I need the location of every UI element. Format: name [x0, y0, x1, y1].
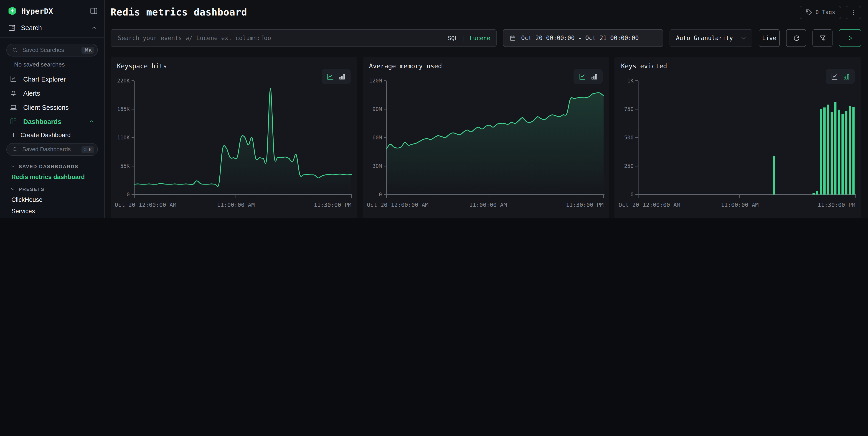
dashboards-grid-icon	[9, 118, 17, 125]
chart-explorer-icon	[9, 75, 17, 83]
sql-toggle[interactable]: SQL	[448, 35, 458, 41]
logo-row: HyperDX	[0, 0, 104, 20]
svg-text:500: 500	[624, 135, 634, 141]
kebab-menu-icon	[850, 9, 857, 16]
event-search-input[interactable]: SQL | Lucene	[111, 29, 497, 47]
svg-text:90M: 90M	[372, 106, 382, 112]
lucene-toggle[interactable]: Lucene	[470, 35, 490, 41]
svg-text:250: 250	[624, 163, 634, 169]
preset-item-kubernetes[interactable]: Kubernetes	[5, 217, 99, 218]
saved-dashboards-header[interactable]: SAVED DASHBOARDS	[5, 160, 99, 171]
filter-funnel-icon	[818, 34, 826, 42]
date-range-value: Oct 20 00:00:00 - Oct 21 00:00:00	[521, 35, 639, 41]
search-icon	[12, 146, 18, 153]
svg-text:Oct 20 12:00:00 AM: Oct 20 12:00:00 AM	[115, 202, 176, 208]
search-icon	[12, 47, 18, 53]
laptop-icon	[9, 104, 17, 111]
granularity-select[interactable]: Auto Granularity	[670, 29, 752, 47]
svg-text:60M: 60M	[372, 135, 382, 141]
shortcut-badge: ⌘K	[82, 47, 94, 54]
create-dashboard-button[interactable]: Create Dashboard	[5, 128, 99, 143]
dashboard-menu-button[interactable]	[846, 6, 861, 19]
svg-text:Oct 20 12:00:00 AM: Oct 20 12:00:00 AM	[367, 202, 428, 208]
tag-icon	[805, 9, 812, 16]
preset-item-clickhouse[interactable]: ClickHouse	[5, 194, 99, 205]
main-content: Redis metrics dashboard 0 Tags SQL | Luc	[105, 0, 868, 218]
live-button[interactable]: Live	[759, 29, 780, 47]
svg-text:110K: 110K	[117, 135, 130, 141]
svg-text:Oct 20 12:00:00 AM: Oct 20 12:00:00 AM	[619, 202, 680, 208]
svg-text:11:30:00 PM: 11:30:00 PM	[566, 202, 603, 208]
svg-text:220K: 220K	[117, 78, 130, 84]
chart-plot: 120M90M60M30M0Oct 20 12:00:00 AM11:00:00…	[366, 77, 605, 218]
search-field[interactable]	[117, 34, 442, 42]
search-section-label: Search	[21, 24, 42, 31]
dashboard-grid: Keyspace hits 220K165K110K55K0Oct 20 12:…	[111, 57, 861, 218]
page-title: Redis metrics dashboard	[111, 7, 800, 18]
date-range-picker[interactable]: Oct 20 00:00:00 - Oct 21 00:00:00	[503, 29, 663, 47]
sidebar-item-label: Dashboards	[23, 118, 61, 125]
shortcut-badge: ⌘K	[82, 146, 94, 153]
chart-title: Keys evicted	[621, 62, 667, 70]
svg-text:1K: 1K	[627, 78, 634, 84]
sidebar-collapse-icon[interactable]	[90, 7, 98, 15]
chart-panel-average-memory-used: Average memory used 120M90M60M30M0Oct 20…	[363, 57, 609, 218]
toggle-divider: |	[462, 35, 466, 41]
sidebar-content: ⌘K No saved searches Chart Explorer Aler…	[0, 38, 104, 218]
page-header: Redis metrics dashboard 0 Tags	[111, 0, 861, 25]
saved-dashboards-field[interactable]	[21, 146, 79, 153]
chevron-up-icon[interactable]	[91, 25, 97, 31]
chart-title: Keyspace hits	[117, 62, 167, 70]
chart-title: Average memory used	[369, 62, 442, 70]
create-dashboard-label: Create Dashboard	[21, 132, 71, 139]
chevron-down-icon	[10, 164, 16, 169]
dashboard-item-redis-metrics[interactable]: Redis metrics dashboard	[5, 171, 99, 183]
chart-plot: 1K7505002500Oct 20 12:00:00 AM11:00:00 A…	[618, 77, 857, 218]
refresh-button[interactable]	[786, 29, 806, 47]
search-section-icon	[8, 24, 16, 32]
saved-searches-field[interactable]	[21, 47, 79, 54]
sidebar-item-search[interactable]: Search	[0, 20, 104, 38]
svg-text:55K: 55K	[120, 163, 130, 169]
bell-icon	[9, 89, 17, 97]
svg-text:120M: 120M	[369, 78, 382, 84]
svg-text:0: 0	[631, 192, 634, 198]
svg-text:11:00:00 AM: 11:00:00 AM	[217, 202, 255, 208]
saved-searches-input[interactable]: ⌘K	[6, 44, 98, 57]
chevron-down-icon	[10, 186, 16, 192]
play-icon	[847, 35, 854, 41]
saved-dashboards-input[interactable]: ⌘K	[6, 143, 98, 156]
refresh-icon	[792, 34, 800, 42]
svg-text:750: 750	[624, 106, 634, 112]
chart-panel-keys-evicted: Keys evicted 1K7505002500Oct 20 12:00:00…	[615, 57, 861, 218]
chevron-up-icon[interactable]	[87, 118, 96, 125]
svg-text:11:00:00 AM: 11:00:00 AM	[469, 202, 507, 208]
app-window: HyperDX Search ⌘K No saved searches	[0, 0, 868, 218]
brand-name: HyperDX	[21, 7, 86, 15]
sidebar-item-dashboards[interactable]: Dashboards	[5, 114, 99, 128]
sidebar: HyperDX Search ⌘K No saved searches	[0, 0, 105, 218]
sidebar-item-client-sessions[interactable]: Client Sessions	[5, 100, 99, 114]
sidebar-item-alerts[interactable]: Alerts	[5, 86, 99, 100]
query-language-toggle: SQL | Lucene	[448, 35, 490, 41]
chart-plot: 220K165K110K55K0Oct 20 12:00:00 AM11:00:…	[114, 77, 353, 218]
svg-text:165K: 165K	[117, 106, 130, 112]
no-saved-searches-text: No saved searches	[5, 61, 99, 72]
presets-header[interactable]: PRESETS	[5, 183, 99, 194]
tags-label: 0 Tags	[815, 9, 835, 16]
granularity-value: Auto Granularity	[676, 35, 733, 41]
sidebar-item-label: Client Sessions	[23, 104, 69, 111]
svg-text:0: 0	[127, 192, 130, 198]
preset-item-services[interactable]: Services	[5, 205, 99, 217]
sidebar-item-label: Alerts	[23, 89, 40, 97]
filter-button[interactable]	[812, 29, 833, 47]
sidebar-item-chart-explorer[interactable]: Chart Explorer	[5, 72, 99, 86]
svg-text:11:00:00 AM: 11:00:00 AM	[721, 202, 759, 208]
svg-text:11:30:00 PM: 11:30:00 PM	[314, 202, 351, 208]
run-query-button[interactable]	[839, 29, 861, 47]
svg-text:30M: 30M	[372, 163, 382, 169]
tags-button[interactable]: 0 Tags	[800, 6, 841, 19]
chart-panel-keyspace-hits: Keyspace hits 220K165K110K55K0Oct 20 12:…	[111, 57, 357, 218]
svg-text:11:30:00 PM: 11:30:00 PM	[818, 202, 856, 208]
sidebar-item-label: Chart Explorer	[23, 76, 66, 83]
